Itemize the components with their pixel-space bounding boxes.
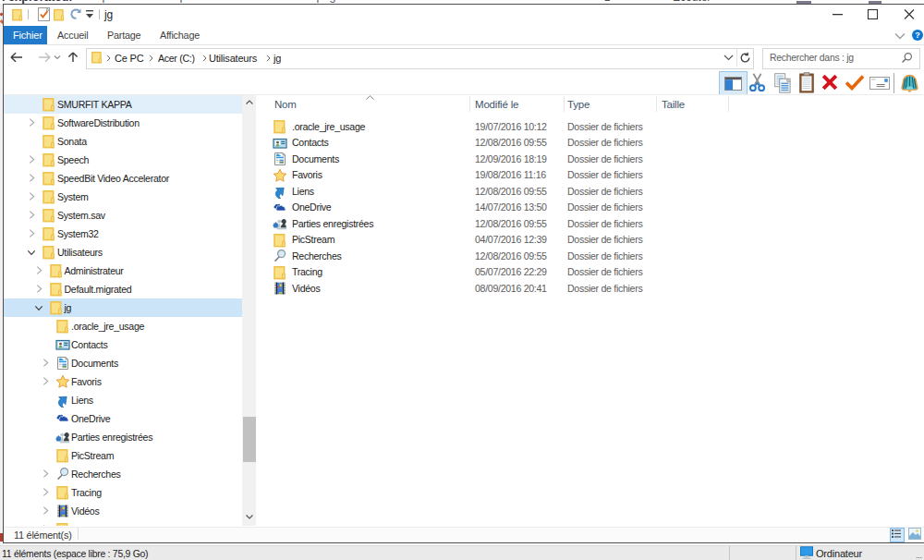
svg-text:?: ?: [915, 30, 920, 40]
